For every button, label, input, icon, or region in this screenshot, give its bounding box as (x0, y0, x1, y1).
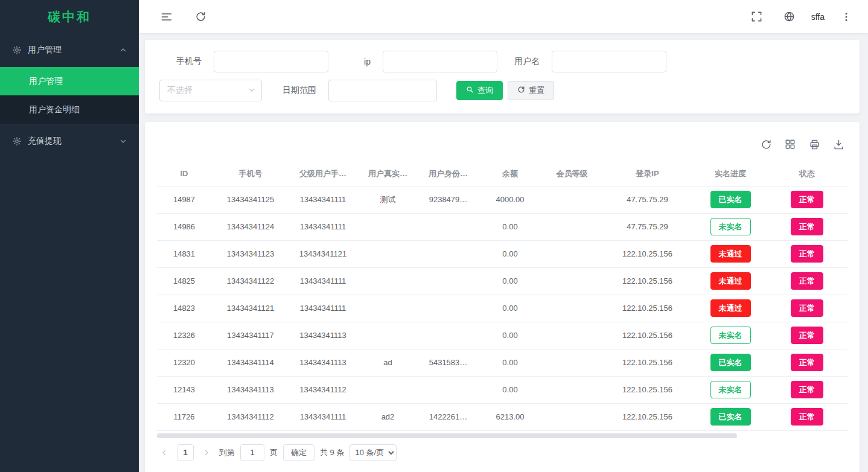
cell-balance: 4000.00 (477, 186, 543, 213)
prev-page-button[interactable] (157, 445, 171, 460)
search-button[interactable]: 查询 (456, 81, 503, 100)
status-badge[interactable]: 正常 (791, 245, 823, 263)
scrollbar-thumb[interactable] (157, 433, 737, 438)
sidebar: 碳中和 用户管理 用户管理 用户资金明细 充值提现 (0, 0, 139, 472)
cell-login-ip: 122.10.25.156 (601, 403, 694, 430)
table-row: 14825 13434341122 13434341111 0.00 122.1… (157, 267, 847, 295)
cell-login-ip: 122.10.25.156 (601, 295, 694, 322)
menu-group-recharge-withdraw[interactable]: 充值提现 (0, 124, 139, 158)
status-badge[interactable]: 正常 (791, 327, 823, 344)
table-row: 14831 13434341123 13434341121 0.00 122.1… (157, 240, 847, 267)
cell-real-name (356, 213, 420, 240)
status-badge[interactable]: 正常 (791, 299, 823, 317)
cell-status: 正常 (767, 240, 847, 267)
next-page-button[interactable] (199, 445, 214, 460)
verify-badge[interactable]: 未通过 (710, 245, 751, 263)
column-header-level: 会员等级 (543, 162, 601, 186)
goto-prefix-label: 到第 (219, 447, 235, 458)
status-badge[interactable]: 正常 (791, 272, 823, 290)
table-refresh-icon[interactable] (757, 135, 775, 153)
chevron-up-icon (120, 46, 127, 54)
cell-status: 正常 (767, 403, 847, 430)
phone-input[interactable] (214, 51, 328, 72)
cell-id: 14986 (157, 213, 211, 240)
verify-badge[interactable]: 已实名 (710, 408, 751, 426)
status-badge[interactable]: 正常 (791, 218, 823, 235)
verify-badge[interactable]: 未实名 (710, 218, 751, 235)
username[interactable]: sffa (811, 12, 825, 22)
verify-badge[interactable]: 已实名 (710, 354, 751, 371)
menu-group-label: 用户管理 (28, 45, 62, 56)
table-row: 12320 13434341114 13434341113 ad 5431583… (157, 349, 847, 376)
column-settings-icon[interactable] (781, 135, 799, 153)
language-globe-icon[interactable] (779, 6, 800, 28)
goto-page-input[interactable] (240, 444, 264, 461)
page-number-button[interactable]: 1 (177, 444, 194, 461)
cell-verify: 未通过 (694, 295, 767, 322)
cell-level (543, 186, 601, 213)
goto-suffix-label: 页 (270, 447, 278, 458)
verify-badge[interactable]: 未通过 (710, 299, 751, 317)
cell-status: 正常 (767, 295, 847, 322)
more-menu-icon[interactable] (835, 6, 857, 28)
table-header-row: ID 手机号 父级用户手… 用户真实… 用户身份… 余额 会员等级 登录IP 实… (157, 162, 847, 186)
type-select[interactable]: 不选择 (159, 80, 262, 101)
user-table: ID 手机号 父级用户手… 用户真实… 用户身份… 余额 会员等级 登录IP 实… (157, 162, 847, 431)
pagination: 1 到第 页 确定 共 9 条 10 条/页 (157, 439, 847, 468)
cell-parent-phone: 13434341112 (290, 376, 356, 403)
table-row: 12326 13434341117 13434341113 0.00 122.1… (157, 322, 847, 349)
submenu-user-management: 用户管理 用户资金明细 (0, 67, 139, 124)
cell-id: 11726 (157, 403, 211, 430)
column-header-real-name: 用户真实… (356, 162, 420, 186)
fullscreen-icon[interactable] (746, 6, 768, 28)
cell-real-name (356, 267, 420, 295)
column-header-parent-phone: 父级用户手… (290, 162, 356, 186)
verify-badge[interactable]: 未实名 (710, 327, 751, 344)
date-range-input[interactable] (328, 80, 437, 101)
menu-group-user-management[interactable]: 用户管理 (0, 33, 139, 67)
horizontal-scrollbar (157, 433, 847, 438)
verify-badge[interactable]: 已实名 (710, 191, 751, 208)
table-row: 14986 13434341124 13434341111 0.00 47.75… (157, 213, 847, 240)
verify-badge[interactable]: 未通过 (710, 272, 751, 290)
print-icon[interactable] (805, 135, 823, 153)
cell-id: 14823 (157, 295, 211, 322)
page-size-select[interactable]: 10 条/页 (349, 444, 397, 461)
goto-confirm-button[interactable]: 确定 (283, 444, 314, 461)
cell-verify: 未实名 (694, 213, 767, 240)
username-input[interactable] (552, 51, 666, 72)
content-area: 手机号 ip 用户名 不选择 (139, 33, 868, 472)
cell-level (543, 240, 601, 267)
sidebar-item-label: 用户资金明细 (29, 104, 80, 115)
type-select-value: 不选择 (167, 85, 193, 96)
export-download-icon[interactable] (829, 135, 847, 153)
sidebar-item-user-funds-detail[interactable]: 用户资金明细 (0, 95, 139, 124)
cell-verify: 未通过 (694, 240, 767, 267)
status-badge[interactable]: 正常 (791, 191, 823, 208)
cell-login-ip: 122.10.25.156 (601, 349, 694, 376)
verify-badge[interactable]: 未实名 (710, 381, 751, 398)
sidebar-collapse-button[interactable] (156, 6, 177, 28)
reset-button[interactable]: 重置 (508, 81, 554, 100)
status-badge[interactable]: 正常 (791, 408, 823, 426)
cell-balance: 0.00 (477, 376, 543, 403)
cell-parent-phone: 13434341111 (290, 186, 356, 213)
cell-real-name (356, 240, 420, 267)
app-logo: 碳中和 (0, 0, 139, 33)
cell-real-name (356, 376, 420, 403)
status-badge[interactable]: 正常 (791, 354, 823, 371)
ip-input[interactable] (383, 51, 497, 72)
table-row: 11726 13434341112 13434341111 ad2 142226… (157, 403, 847, 430)
cell-login-ip: 47.75.75.29 (601, 186, 694, 213)
refresh-icon[interactable] (190, 6, 211, 28)
sidebar-menu: 用户管理 用户管理 用户资金明细 充值提现 (0, 33, 139, 158)
cell-phone: 13434341114 (211, 349, 290, 376)
cell-id-card (420, 213, 477, 240)
cell-verify: 已实名 (694, 349, 767, 376)
total-count-label: 共 9 条 (320, 447, 344, 458)
status-badge[interactable]: 正常 (791, 381, 823, 398)
cell-login-ip: 122.10.25.156 (601, 240, 694, 267)
username-label: 用户名 (497, 56, 552, 67)
sidebar-item-user-management[interactable]: 用户管理 (0, 67, 139, 95)
cell-phone: 13434341121 (211, 295, 290, 322)
